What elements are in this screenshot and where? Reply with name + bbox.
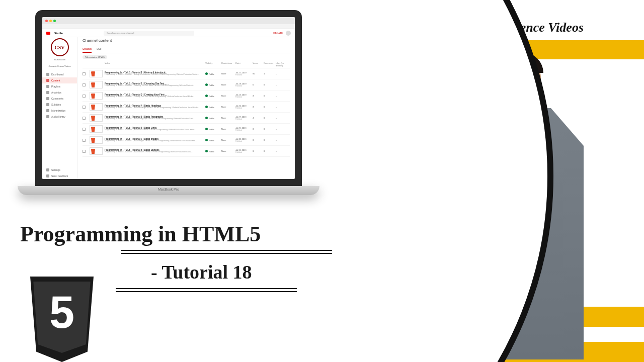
sub-title: - Tutorial 18 bbox=[151, 261, 332, 283]
sidebar-item-audio-library[interactable]: Audio library bbox=[42, 114, 77, 120]
tab-live[interactable]: Live bbox=[97, 46, 101, 53]
row-checkbox[interactable] bbox=[83, 72, 86, 75]
video-thumbnail[interactable] bbox=[90, 103, 103, 111]
row-checkbox[interactable] bbox=[83, 83, 86, 86]
your-channel-label: Your channel bbox=[54, 58, 65, 61]
video-thumbnail[interactable] bbox=[90, 92, 103, 100]
table-row[interactable]: Programming In HTML5 - Tutorial 2 | Choo… bbox=[83, 79, 290, 90]
video-thumbnail[interactable] bbox=[90, 147, 103, 155]
nav-icon bbox=[46, 103, 49, 106]
video-thumbnail[interactable] bbox=[90, 125, 103, 133]
table-head: VideoVisibilityRestrictionsDate ↓ViewsCo… bbox=[83, 61, 290, 68]
nav-icon bbox=[46, 168, 49, 171]
row-checkbox[interactable] bbox=[83, 106, 86, 109]
sidebar: CSV Your channel ComputerScienceVideos D… bbox=[42, 29, 77, 179]
sidebar-item-content[interactable]: Content bbox=[42, 77, 77, 83]
nav-icon bbox=[46, 97, 49, 100]
create-button[interactable]: CREATE bbox=[273, 32, 283, 34]
row-checkbox[interactable] bbox=[83, 139, 86, 142]
nav-icon bbox=[46, 91, 49, 94]
table-row[interactable]: Programming In HTML5 - Tutorial 1 | Hist… bbox=[83, 68, 290, 79]
table-row[interactable]: Programming In HTML5 - Tutorial 7 | Basi… bbox=[83, 135, 290, 146]
filter-chip[interactable]: Title contains: HTML5 bbox=[83, 55, 107, 59]
sidebar-item-settings[interactable]: Settings bbox=[42, 167, 77, 173]
sidebar-item-comments[interactable]: Comments bbox=[42, 96, 77, 102]
sidebar-item-monetization[interactable]: Monetization bbox=[42, 108, 77, 114]
nav-icon bbox=[46, 115, 49, 118]
channel-logo[interactable]: CSV bbox=[51, 38, 69, 56]
html5-five: 5 bbox=[24, 287, 100, 338]
studio-header: Studio Search across your channel CREATE bbox=[42, 29, 295, 37]
video-thumbnail[interactable] bbox=[90, 114, 103, 122]
bookmark-bar bbox=[42, 24, 295, 29]
sidebar-item-send-feedback[interactable]: Send feedback bbox=[42, 173, 77, 179]
sidebar-item-analytics[interactable]: Analytics bbox=[42, 89, 77, 96]
table-row[interactable]: Programming In HTML5 - Tutorial 8 | Basi… bbox=[83, 146, 290, 157]
nav-icon bbox=[46, 109, 49, 112]
nav-icon bbox=[46, 79, 49, 82]
table-row[interactable]: Programming In HTML5 - Tutorial 6 | Basi… bbox=[83, 124, 290, 135]
sidebar-item-playlists[interactable]: Playlists bbox=[42, 83, 77, 89]
laptop-label: MacBook Pro bbox=[18, 186, 319, 191]
studio-logo: Studio bbox=[54, 32, 63, 35]
channel-name: ComputerScienceVideos bbox=[49, 65, 71, 67]
underline-1 bbox=[121, 250, 332, 254]
row-checkbox[interactable] bbox=[83, 150, 86, 153]
nav-icon bbox=[46, 85, 49, 88]
tabs: Uploads Live bbox=[83, 46, 290, 53]
browser-bar bbox=[42, 17, 295, 24]
avatar[interactable] bbox=[286, 31, 291, 36]
row-checkbox[interactable] bbox=[83, 95, 86, 98]
row-checkbox[interactable] bbox=[83, 128, 86, 131]
video-thumbnail[interactable] bbox=[90, 70, 103, 77]
tab-uploads[interactable]: Uploads bbox=[83, 46, 92, 53]
search-input[interactable]: Search across your channel bbox=[104, 31, 194, 36]
video-thumbnail[interactable] bbox=[90, 81, 103, 88]
nav-icon bbox=[46, 73, 49, 76]
main-panel: Channel content Uploads Live Title conta… bbox=[77, 29, 295, 179]
video-thumbnail[interactable] bbox=[90, 136, 103, 144]
sidebar-item-dashboard[interactable]: Dashboard bbox=[42, 71, 77, 77]
laptop: Studio Search across your channel CREATE… bbox=[35, 10, 302, 195]
underline-2 bbox=[116, 288, 297, 292]
row-checkbox[interactable] bbox=[83, 117, 86, 120]
html5-logo: 5 bbox=[24, 277, 100, 362]
table-row[interactable]: Programming In HTML5 - Tutorial 5 | Basi… bbox=[83, 113, 290, 124]
sidebar-item-subtitles[interactable]: Subtitles bbox=[42, 102, 77, 108]
table-row[interactable]: Programming In HTML5 - Tutorial 4 | Basi… bbox=[83, 102, 290, 113]
youtube-icon bbox=[46, 32, 50, 35]
main-title: Programming in HTML5 bbox=[20, 221, 332, 247]
table-row[interactable]: Programming In HTML5 - Tutorial 3 | Crea… bbox=[83, 90, 290, 102]
nav-icon bbox=[46, 174, 49, 177]
page-title: Channel content bbox=[83, 38, 290, 43]
